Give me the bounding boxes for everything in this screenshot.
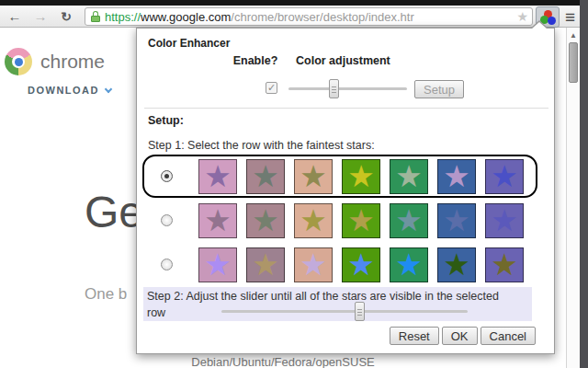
star-swatch: ★ — [390, 159, 428, 194]
logo-hub — [15, 58, 23, 66]
star-icon: ★ — [252, 204, 279, 237]
star-icon: ★ — [204, 160, 232, 193]
back-icon[interactable]: ← — [4, 8, 26, 24]
star-row[interactable]: ★★★★★★★ — [142, 155, 537, 198]
popup-caret — [530, 20, 548, 29]
star-icon: ★ — [395, 160, 423, 193]
star-icon: ★ — [443, 204, 470, 237]
row-radio[interactable] — [161, 170, 173, 182]
star-icon: ★ — [204, 248, 232, 282]
page-subtext: One b — [85, 285, 127, 304]
color-adjustment-slider[interactable] — [288, 79, 407, 98]
star-swatch: ★ — [485, 159, 524, 194]
star-swatch: ★ — [437, 247, 476, 282]
reload-icon[interactable]: ↻ — [55, 9, 77, 24]
star-swatch: ★ — [390, 247, 428, 282]
star-icon: ★ — [252, 160, 279, 193]
star-row[interactable]: ★★★★★★★ — [142, 199, 537, 242]
ssl-lock-icon[interactable] — [91, 11, 100, 22]
url-scheme: https:// — [105, 10, 141, 24]
page-scrollbar[interactable]: ▲ — [566, 28, 580, 368]
url-path: /chrome/browser/desktop/index.htr — [231, 10, 413, 24]
page-heading: Ge — [85, 187, 143, 237]
star-swatch: ★ — [198, 203, 237, 238]
step2-slider[interactable] — [221, 302, 468, 321]
star-icon: ★ — [300, 204, 327, 237]
slider-track — [288, 87, 407, 90]
enable-checkbox[interactable]: ✓ — [266, 82, 277, 94]
enable-label: Enable? — [225, 54, 286, 67]
forward-icon[interactable]: → — [29, 8, 51, 24]
star-swatch: ★ — [246, 203, 285, 238]
cancel-button[interactable]: Cancel — [481, 327, 536, 345]
star-swatch: ★ — [294, 247, 333, 282]
scrollbar-thumb[interactable] — [569, 42, 578, 83]
slider-track — [221, 310, 468, 313]
color-adjustment-label: Color adjustment — [296, 54, 390, 67]
star-icon: ★ — [443, 248, 470, 282]
setup-heading: Setup: — [148, 114, 184, 127]
star-icon: ★ — [443, 160, 470, 193]
star-icon: ★ — [300, 248, 327, 282]
lock-body — [91, 16, 100, 22]
download-label: DOWNLOAD — [28, 85, 99, 96]
star-swatch: ★ — [294, 203, 333, 238]
star-swatch: ★ — [294, 159, 333, 194]
address-bar[interactable]: https://www.google.com/chrome/browser/de… — [85, 7, 533, 26]
star-icon: ★ — [347, 248, 375, 282]
star-icon: ★ — [347, 160, 375, 193]
swatch-strip: ★★★★★★★ — [198, 247, 524, 282]
star-row[interactable]: ★★★★★★★ — [142, 243, 537, 286]
url-host: www.google.com — [141, 10, 231, 24]
swatch-strip: ★★★★★★★ — [198, 203, 524, 238]
reset-button[interactable]: Reset — [390, 327, 439, 345]
star-icon: ★ — [395, 248, 423, 282]
popup-title: Color Enhancer — [148, 37, 230, 50]
row-radio[interactable] — [161, 214, 173, 226]
star-swatch: ★ — [342, 159, 380, 194]
section-divider — [144, 108, 548, 109]
screen: ← → ↻ https://www.google.com/chrome/brow… — [0, 0, 588, 368]
step1-instruction: Step 1: Select the row with the faintest… — [148, 139, 375, 152]
hamburger-menu-icon[interactable]: ≡ — [565, 8, 575, 27]
star-icon: ★ — [491, 160, 518, 193]
platform-footer-text: Debian/Ubuntu/Fedora/openSUSE — [0, 355, 566, 368]
star-swatch: ★ — [198, 247, 237, 282]
star-swatch: ★ — [485, 247, 524, 282]
download-nav-link[interactable]: DOWNLOAD — [28, 85, 111, 96]
star-icon: ★ — [300, 160, 327, 193]
star-swatch: ★ — [437, 159, 476, 194]
adjustment-slider-thumb[interactable] — [329, 79, 339, 98]
desktop-edge — [580, 0, 588, 368]
star-swatch: ★ — [437, 203, 476, 238]
chevron-down-icon — [105, 85, 112, 92]
scroll-up-icon[interactable]: ▲ — [570, 31, 577, 40]
star-icon: ★ — [347, 204, 375, 237]
star-icon: ★ — [395, 204, 423, 237]
star-icon: ★ — [204, 204, 232, 237]
star-swatch: ★ — [485, 203, 524, 238]
color-enhancer-popup: Color Enhancer Enable? Color adjustment … — [136, 28, 555, 354]
browser-toolbar: ← → ↻ https://www.google.com/chrome/brow… — [0, 6, 588, 28]
popup-action-buttons: Reset OK Cancel — [390, 327, 536, 345]
star-icon: ★ — [491, 204, 518, 237]
star-rows: ★★★★★★★★★★★★★★★★★★★★★ — [142, 155, 537, 287]
bookmark-star-icon[interactable]: ★ — [516, 9, 528, 24]
star-swatch: ★ — [390, 203, 428, 238]
star-swatch: ★ — [198, 159, 237, 194]
star-swatch: ★ — [246, 159, 285, 194]
star-swatch: ★ — [246, 247, 285, 282]
chrome-brand[interactable]: chrome — [5, 48, 105, 75]
star-swatch: ★ — [342, 247, 380, 282]
url-text: https://www.google.com/chrome/browser/de… — [105, 10, 414, 24]
brand-name: chrome — [40, 51, 105, 73]
row-radio[interactable] — [161, 259, 173, 270]
chrome-logo-icon — [5, 48, 32, 75]
step2-slider-thumb[interactable] — [355, 302, 365, 321]
extension-blue-circle — [548, 17, 556, 25]
swatch-strip: ★★★★★★★ — [198, 159, 524, 194]
star-swatch: ★ — [342, 203, 380, 238]
ok-button[interactable]: OK — [442, 327, 478, 345]
check-icon: ✓ — [267, 82, 276, 93]
setup-button[interactable]: Setup — [414, 80, 464, 98]
